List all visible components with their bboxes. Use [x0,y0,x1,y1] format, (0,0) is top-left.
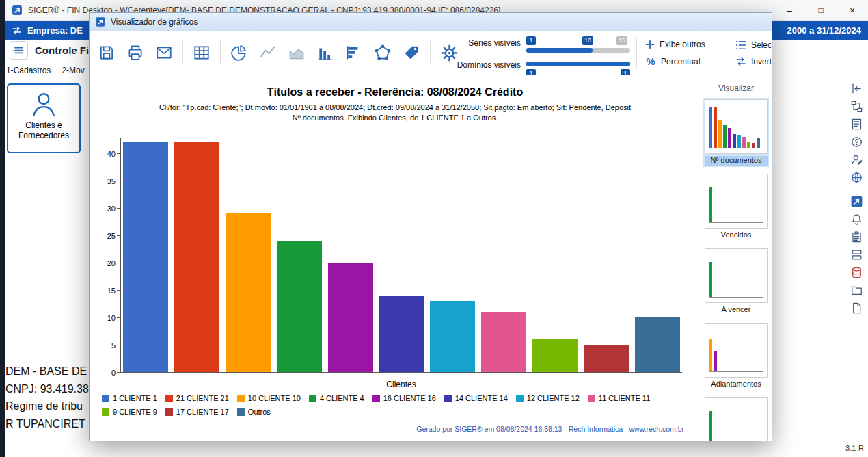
pie-chart-button[interactable] [228,40,251,65]
table-view-button[interactable] [190,40,213,65]
legend-swatch [588,395,595,402]
inverter-option[interactable]: Inverter... [735,55,772,68]
legend-item[interactable]: 16 CLIENTE 16 [372,394,436,402]
viz-item[interactable]: A vencer [703,247,769,316]
y-tick-mark [117,290,121,291]
tab-cadastros[interactable]: 1-Cadastros [6,66,51,75]
viz-thumbnail-bar [752,143,755,148]
chart-bar[interactable] [635,317,680,372]
window-controls: – □ × [774,0,868,21]
legend-item[interactable]: 17 CLIENTE 17 [165,408,229,416]
bell-icon[interactable] [850,212,864,226]
radar-chart-button[interactable] [371,40,394,65]
legend-label: 11 CLIENTE 11 [599,394,650,402]
period-range: 2000 a 31/12/2024 [787,25,861,36]
viz-thumbnail-bar [728,128,731,148]
chart-bar[interactable] [430,301,475,372]
chart-bar[interactable] [584,345,629,372]
viz-item-label: A vencer [705,305,768,315]
percent-icon: % [645,55,657,67]
y-tick-mark [117,208,121,209]
selecionar-option[interactable]: Seleciona... [735,39,772,51]
legend-label: 17 CLIENTE 17 [176,408,229,416]
chart-bar[interactable] [328,263,373,372]
clientes-fornecedores-card[interactable]: Clientes e Fornecedores [7,83,81,153]
legend-item[interactable]: 11 CLIENTE 11 [588,394,650,402]
viz-thumbnail-bar [709,339,712,371]
email-button[interactable] [152,40,176,65]
version-label: 3.1-R [845,444,864,452]
side-strip [845,78,868,457]
clipboard-icon[interactable] [850,230,864,244]
chart-bar[interactable] [379,296,424,372]
legend-swatch [372,395,380,402]
menu-hamburger-button[interactable] [10,41,28,60]
legend-item[interactable]: 9 CLIENTE 9 [102,408,157,416]
y-tick-label: 5 [92,341,116,350]
chart-bar[interactable] [174,142,219,372]
y-tick-label: 40 [92,150,116,158]
legend-swatch [237,395,245,402]
legend-item[interactable]: Outros [237,408,271,416]
minimize-button[interactable]: – [774,0,805,21]
maximize-button[interactable]: □ [805,0,837,21]
save-button[interactable] [95,40,118,65]
viz-item[interactable] [703,396,769,441]
database-icon[interactable] [850,265,864,280]
series-min-badge: 1 [526,36,536,45]
tab-movimentos[interactable]: 2-Mov [62,66,84,75]
legend-item[interactable]: 21 CLIENTE 21 [165,394,229,402]
chart-subtitle-1: Cli/for: "Tp.cad: Cliente;"; Dt.movto: 0… [90,103,701,112]
hierarchy-icon[interactable] [850,99,864,114]
sync-globe-icon[interactable] [850,170,864,185]
viz-item[interactable]: Adiantamentos [703,322,769,391]
print-button[interactable] [124,40,147,65]
viz-item[interactable]: Vencidos [703,172,769,241]
domains-slider[interactable] [526,62,630,66]
area-chart-button[interactable] [285,40,308,65]
pareto-chart-button[interactable] [342,40,366,65]
x-axis-label: Clientes [120,380,682,389]
legend-swatch [165,395,173,402]
switch-company-icon[interactable] [12,25,22,36]
series-slider[interactable] [526,48,630,53]
y-tick-mark [117,153,121,155]
bar-chart-button[interactable] [314,40,337,65]
y-tick-label: 10 [92,314,116,322]
legend-label: 10 CLIENTE 10 [248,394,301,402]
chart-bars [121,138,682,372]
document-icon[interactable] [850,301,864,315]
collapse-left-icon[interactable] [850,81,864,96]
chart-viewer-icon[interactable] [850,194,864,209]
help-icon[interactable] [850,135,864,149]
close-button[interactable]: × [837,0,868,21]
legend-item[interactable]: 10 CLIENTE 10 [237,394,301,402]
chart-bar[interactable] [123,142,168,372]
legend-item[interactable]: 12 CLIENTE 12 [516,394,580,402]
viz-thumbnail-bar [709,411,712,441]
desktop-edge [0,0,5,457]
viz-thumbnail-bar [747,142,750,148]
chart-bar[interactable] [532,339,578,372]
tag-button[interactable] [400,40,423,65]
line-chart-button[interactable] [256,40,280,65]
server-icon[interactable] [850,248,864,262]
chart-bar[interactable] [481,312,526,372]
exibe-outros-option[interactable]: Exibe outros [645,39,705,50]
folder-icon[interactable] [850,283,864,298]
dialog-body: Títulos a receber - Referência: 08/08/20… [90,75,772,441]
legend-item[interactable]: 1 CLIENTE 1 [102,394,157,402]
legend-label: 9 CLIENTE 9 [113,408,157,416]
percentual-option[interactable]: % Percentual [645,55,700,67]
y-tick-label: 20 [92,259,116,267]
viz-item[interactable]: Nº documentos [703,98,769,167]
report-icon[interactable] [850,117,864,131]
chart-bar[interactable] [277,241,322,372]
legend-item[interactable]: 14 CLIENTE 14 [444,394,508,402]
app-logo-icon [12,5,23,16]
user-edit-icon[interactable] [850,153,864,167]
legend-item[interactable]: 4 CLIENTE 4 [309,394,364,402]
chart-bar[interactable] [226,213,271,372]
invert-arrows-icon [735,55,747,68]
viz-thumbnail-chart [705,397,768,441]
